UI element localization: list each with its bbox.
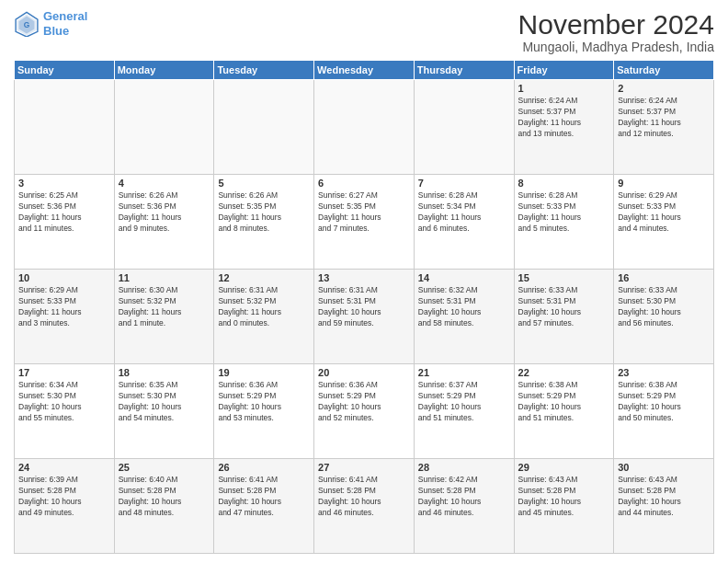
day-cell: 28Sunrise: 6:42 AM Sunset: 5:28 PM Dayli… xyxy=(414,459,514,554)
day-number: 27 xyxy=(318,462,410,473)
day-cell: 20Sunrise: 6:36 AM Sunset: 5:29 PM Dayli… xyxy=(314,364,415,459)
day-cell: 11Sunrise: 6:30 AM Sunset: 5:32 PM Dayli… xyxy=(114,270,214,364)
day-info: Sunrise: 6:28 AM Sunset: 5:33 PM Dayligh… xyxy=(518,190,610,235)
day-number: 21 xyxy=(418,367,510,378)
day-info: Sunrise: 6:36 AM Sunset: 5:29 PM Dayligh… xyxy=(218,380,310,424)
week-row-4: 24Sunrise: 6:39 AM Sunset: 5:28 PM Dayli… xyxy=(15,459,714,554)
svg-text:G: G xyxy=(24,19,30,29)
day-cell: 14Sunrise: 6:32 AM Sunset: 5:31 PM Dayli… xyxy=(414,270,514,364)
col-friday: Friday xyxy=(514,61,614,80)
day-info: Sunrise: 6:35 AM Sunset: 5:30 PM Dayligh… xyxy=(119,380,210,424)
day-cell xyxy=(414,80,514,175)
day-info: Sunrise: 6:25 AM Sunset: 5:36 PM Dayligh… xyxy=(18,190,110,235)
day-number: 8 xyxy=(518,178,610,189)
day-info: Sunrise: 6:28 AM Sunset: 5:34 PM Dayligh… xyxy=(418,190,510,235)
day-cell: 26Sunrise: 6:41 AM Sunset: 5:28 PM Dayli… xyxy=(214,459,314,554)
day-number: 1 xyxy=(518,83,610,94)
day-info: Sunrise: 6:31 AM Sunset: 5:32 PM Dayligh… xyxy=(218,285,310,329)
day-cell xyxy=(214,80,314,175)
header: G General Blue November 2024 Mungaoli, M… xyxy=(14,9,714,54)
day-cell xyxy=(114,80,214,175)
day-cell: 29Sunrise: 6:43 AM Sunset: 5:28 PM Dayli… xyxy=(514,459,614,554)
col-thursday: Thursday xyxy=(414,61,514,80)
day-cell: 25Sunrise: 6:40 AM Sunset: 5:28 PM Dayli… xyxy=(114,459,214,554)
title-block: November 2024 Mungaoli, Madhya Pradesh, … xyxy=(518,9,714,54)
location: Mungaoli, Madhya Pradesh, India xyxy=(518,40,714,54)
day-info: Sunrise: 6:40 AM Sunset: 5:28 PM Dayligh… xyxy=(119,475,210,519)
day-number: 4 xyxy=(119,178,210,189)
logo-line2: Blue xyxy=(43,24,69,38)
day-number: 23 xyxy=(618,367,710,378)
day-info: Sunrise: 6:30 AM Sunset: 5:32 PM Dayligh… xyxy=(119,285,210,329)
day-info: Sunrise: 6:41 AM Sunset: 5:28 PM Dayligh… xyxy=(218,475,310,519)
day-number: 22 xyxy=(518,367,610,378)
day-number: 3 xyxy=(18,178,110,189)
day-cell xyxy=(15,80,115,175)
day-cell: 3Sunrise: 6:25 AM Sunset: 5:36 PM Daylig… xyxy=(15,175,115,270)
day-cell: 27Sunrise: 6:41 AM Sunset: 5:28 PM Dayli… xyxy=(314,459,415,554)
day-cell: 15Sunrise: 6:33 AM Sunset: 5:31 PM Dayli… xyxy=(514,270,614,364)
day-info: Sunrise: 6:39 AM Sunset: 5:28 PM Dayligh… xyxy=(18,475,110,519)
day-cell: 22Sunrise: 6:38 AM Sunset: 5:29 PM Dayli… xyxy=(514,364,614,459)
week-row-0: 1Sunrise: 6:24 AM Sunset: 5:37 PM Daylig… xyxy=(15,80,714,175)
day-number: 14 xyxy=(418,272,510,283)
day-info: Sunrise: 6:43 AM Sunset: 5:28 PM Dayligh… xyxy=(518,475,610,519)
logo-text: General Blue xyxy=(43,9,87,38)
day-number: 2 xyxy=(618,83,710,94)
day-cell: 23Sunrise: 6:38 AM Sunset: 5:29 PM Dayli… xyxy=(614,364,714,459)
day-cell: 8Sunrise: 6:28 AM Sunset: 5:33 PM Daylig… xyxy=(514,175,614,270)
month-title: November 2024 xyxy=(518,9,714,40)
day-cell: 10Sunrise: 6:29 AM Sunset: 5:33 PM Dayli… xyxy=(15,270,115,364)
day-info: Sunrise: 6:27 AM Sunset: 5:35 PM Dayligh… xyxy=(318,190,410,235)
logo: G General Blue xyxy=(14,9,87,38)
calendar-table: Sunday Monday Tuesday Wednesday Thursday… xyxy=(14,60,714,554)
week-row-3: 17Sunrise: 6:34 AM Sunset: 5:30 PM Dayli… xyxy=(15,364,714,459)
day-number: 13 xyxy=(318,272,410,283)
day-cell: 2Sunrise: 6:24 AM Sunset: 5:37 PM Daylig… xyxy=(614,80,714,175)
day-number: 29 xyxy=(518,462,610,473)
day-cell: 17Sunrise: 6:34 AM Sunset: 5:30 PM Dayli… xyxy=(15,364,115,459)
day-cell: 24Sunrise: 6:39 AM Sunset: 5:28 PM Dayli… xyxy=(15,459,115,554)
day-number: 12 xyxy=(218,272,310,283)
day-cell: 16Sunrise: 6:33 AM Sunset: 5:30 PM Dayli… xyxy=(614,270,714,364)
logo-line1: General xyxy=(43,9,87,23)
day-info: Sunrise: 6:26 AM Sunset: 5:36 PM Dayligh… xyxy=(119,190,210,235)
day-info: Sunrise: 6:33 AM Sunset: 5:30 PM Dayligh… xyxy=(618,285,710,329)
day-number: 19 xyxy=(218,367,310,378)
day-info: Sunrise: 6:24 AM Sunset: 5:37 PM Dayligh… xyxy=(618,96,710,140)
day-number: 15 xyxy=(518,272,610,283)
day-info: Sunrise: 6:33 AM Sunset: 5:31 PM Dayligh… xyxy=(518,285,610,329)
day-info: Sunrise: 6:43 AM Sunset: 5:28 PM Dayligh… xyxy=(618,475,710,519)
day-number: 18 xyxy=(119,367,210,378)
day-cell: 1Sunrise: 6:24 AM Sunset: 5:37 PM Daylig… xyxy=(514,80,614,175)
day-info: Sunrise: 6:34 AM Sunset: 5:30 PM Dayligh… xyxy=(18,380,110,424)
day-info: Sunrise: 6:38 AM Sunset: 5:29 PM Dayligh… xyxy=(618,380,710,424)
col-saturday: Saturday xyxy=(614,61,714,80)
day-cell: 30Sunrise: 6:43 AM Sunset: 5:28 PM Dayli… xyxy=(614,459,714,554)
day-number: 16 xyxy=(618,272,710,283)
day-number: 25 xyxy=(119,462,210,473)
day-cell: 19Sunrise: 6:36 AM Sunset: 5:29 PM Dayli… xyxy=(214,364,314,459)
day-info: Sunrise: 6:26 AM Sunset: 5:35 PM Dayligh… xyxy=(218,190,310,235)
day-info: Sunrise: 6:24 AM Sunset: 5:37 PM Dayligh… xyxy=(518,96,610,140)
day-cell: 4Sunrise: 6:26 AM Sunset: 5:36 PM Daylig… xyxy=(114,175,214,270)
logo-icon: G xyxy=(14,11,40,37)
day-info: Sunrise: 6:32 AM Sunset: 5:31 PM Dayligh… xyxy=(418,285,510,329)
col-wednesday: Wednesday xyxy=(314,61,415,80)
day-info: Sunrise: 6:29 AM Sunset: 5:33 PM Dayligh… xyxy=(18,285,110,329)
day-info: Sunrise: 6:36 AM Sunset: 5:29 PM Dayligh… xyxy=(318,380,410,424)
page: G General Blue November 2024 Mungaoli, M… xyxy=(0,0,728,563)
col-sunday: Sunday xyxy=(15,61,115,80)
week-row-1: 3Sunrise: 6:25 AM Sunset: 5:36 PM Daylig… xyxy=(15,175,714,270)
day-cell: 6Sunrise: 6:27 AM Sunset: 5:35 PM Daylig… xyxy=(314,175,415,270)
day-info: Sunrise: 6:42 AM Sunset: 5:28 PM Dayligh… xyxy=(418,475,510,519)
day-info: Sunrise: 6:31 AM Sunset: 5:31 PM Dayligh… xyxy=(318,285,410,329)
header-row: Sunday Monday Tuesday Wednesday Thursday… xyxy=(15,61,714,80)
day-info: Sunrise: 6:41 AM Sunset: 5:28 PM Dayligh… xyxy=(318,475,410,519)
day-number: 20 xyxy=(318,367,410,378)
day-cell: 12Sunrise: 6:31 AM Sunset: 5:32 PM Dayli… xyxy=(214,270,314,364)
day-cell: 7Sunrise: 6:28 AM Sunset: 5:34 PM Daylig… xyxy=(414,175,514,270)
day-number: 7 xyxy=(418,178,510,189)
day-number: 26 xyxy=(218,462,310,473)
col-monday: Monday xyxy=(114,61,214,80)
